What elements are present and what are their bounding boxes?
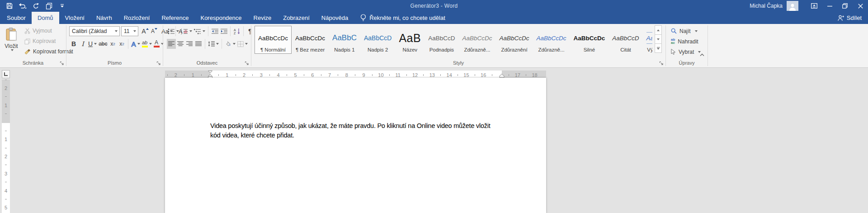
avatar[interactable] [787,1,798,11]
font-name-value: Calibri (Základ [72,28,107,34]
borders-button[interactable] [236,39,249,49]
line-spacing-button[interactable] [207,39,220,49]
cut-label: Vyjmout [33,28,52,34]
style-item[interactable]: AaB Název [395,26,425,54]
find-button[interactable]: Najít [670,26,702,36]
style-item[interactable]: AaBbCcD Citát [609,26,642,54]
dialog-launcher-icon [659,61,664,66]
ruler-mark: 5 [2,199,10,213]
close-button[interactable] [853,0,868,12]
tell-me-box[interactable]: Řekněte mi, co chcete udělat [360,12,445,24]
ribbon-tab[interactable]: Vložení [59,12,90,24]
restore-button[interactable] [837,0,853,12]
share-button[interactable]: Sdílet [838,12,862,24]
font-size-combo[interactable]: 11 [121,26,138,36]
highlight-button[interactable]: ab [141,39,153,49]
shading-button[interactable] [224,39,236,49]
document-page[interactable]: Videa poskytují účinný způsob, jak ukáza… [165,78,546,213]
styles-dialog-launcher[interactable] [659,61,664,66]
style-item[interactable]: AaBbCcD Nadpis 2 [360,26,395,54]
style-label: Zdůraznění [501,47,527,52]
group-clipboard: Vložit Vyjmout Kopíro [0,24,66,67]
ruler-mark: 1 [2,97,10,114]
chevron-up-icon [700,53,704,57]
customize-qat-button[interactable] [57,1,67,11]
bullets-button[interactable] [167,26,180,36]
italic-button[interactable]: I [78,39,87,49]
style-item[interactable]: AaBbCcD Podnadpis [425,26,458,54]
ribbon-tab[interactable]: Revize [248,12,278,24]
style-item[interactable]: AaBbCcDc Silné [570,26,609,54]
save-button[interactable] [5,1,14,11]
style-item[interactable]: AaBbCcDc Výrazný ci... [643,26,652,54]
font-dialog-launcher[interactable] [156,61,161,66]
sort-button[interactable]: A Z [232,26,241,36]
undo-button[interactable] [18,1,28,11]
paste-button[interactable]: Vložit [2,25,21,59]
ribbon-tab[interactable]: Návrh [90,12,118,24]
group-label-styles: Styly [251,60,665,66]
style-sample: AaBbCcDc [462,30,492,46]
subscript-button[interactable]: x2 [108,39,117,49]
group-label-paragraph: Odstavec [163,60,251,66]
search-icon [671,28,677,34]
style-item[interactable]: AaBbCcDc Zdůrazně... [458,26,495,54]
text-effects-button[interactable]: A [130,39,141,49]
style-item[interactable]: AaBbCcDc ¶ Bez mezer [292,26,329,54]
ribbon-tab[interactable]: Korespondence [194,12,247,24]
text-effects-caret [137,43,140,45]
multilevel-list-button[interactable] [193,26,206,36]
redo-button[interactable] [31,1,41,11]
increase-indent-icon [221,28,227,34]
decrease-indent-button[interactable] [210,26,219,36]
align-center-button[interactable] [176,39,185,49]
minimize-button[interactable] [822,0,837,12]
shrink-font-button[interactable]: A [150,26,159,36]
minimize-icon [827,4,832,9]
font-name-combo[interactable]: Calibri (Základ [69,26,120,36]
group-font: Calibri (Základ 11 A A Aa [66,24,163,67]
styles-more-button[interactable] [655,43,662,53]
strikethrough-button[interactable]: abc [98,39,108,49]
collapse-ribbon-button[interactable] [698,51,706,58]
ribbon-tab[interactable]: Rozložení [118,12,156,24]
style-item[interactable]: AaBbCcDc Zdůraznění [495,26,533,54]
align-right-button[interactable] [185,39,194,49]
ribbon-tab[interactable]: Zobrazení [277,12,316,24]
document-paragraph[interactable]: Videa poskytují účinný způsob, jak ukáza… [210,121,509,140]
style-item[interactable]: AaBbCcDc ¶ Normální [255,26,292,54]
select-button[interactable]: Vybrat [670,47,702,57]
grow-font-button[interactable]: A [141,26,150,36]
align-left-button[interactable] [167,39,176,49]
styles-scroll-down-button[interactable] [655,34,662,44]
ribbon-tabs: Soubor Domů Vložení Návrh Rozložení Refe… [1,12,354,24]
increase-indent-button[interactable] [219,26,228,36]
numbering-button[interactable]: 123 [180,26,193,36]
align-center-icon [177,41,184,47]
paragraph-dialog-launcher[interactable] [244,61,250,66]
ribbon-tab[interactable]: Soubor [1,12,32,24]
clipboard-dialog-launcher[interactable] [59,61,65,66]
font-size-value: 11 [124,28,129,34]
superscript-button[interactable]: x2 [117,39,126,49]
justify-button[interactable] [194,39,203,49]
tab-stop-selector[interactable] [2,70,10,78]
replace-button[interactable]: ab ac Nahradit [670,37,702,46]
bold-glyph: B [71,40,76,47]
ribbon-tab[interactable]: Reference [156,12,194,24]
line-spacing-caret [216,43,219,45]
style-item[interactable]: AaBbCcDc Zdůrazně... [533,26,570,54]
style-sample: AaBbCcD [364,30,392,46]
ribbon-display-options-button[interactable] [807,0,822,12]
styles-scroll-up-button[interactable] [655,25,662,35]
ribbon-tab[interactable]: Domů [32,12,59,24]
copy-icon [24,38,30,44]
bold-button[interactable]: B [69,39,78,49]
style-item[interactable]: AaBbC Nadpis 1 [329,26,360,54]
copy-button-qat[interactable] [44,1,54,11]
copy-icon [46,3,52,9]
style-label: Citát [620,47,631,52]
ribbon-tab[interactable]: Nápověda [316,12,354,24]
underline-button[interactable]: U [87,39,98,49]
account-user-name[interactable]: Michal Čapka [750,3,783,9]
